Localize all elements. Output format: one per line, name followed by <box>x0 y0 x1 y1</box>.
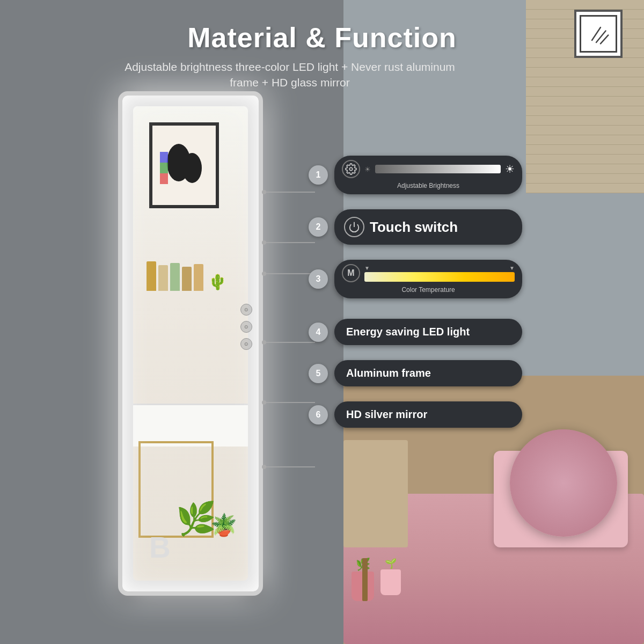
nightstand-legs <box>343 558 368 601</box>
blind-slat <box>526 145 644 155</box>
page-title: Material & Function <box>0 11 644 54</box>
mirror-diagonal-lines-icon <box>588 23 609 45</box>
mirror-frame: 🌵 🌿 B 🪴 ⊙ ⊙ ⊙ <box>118 91 263 596</box>
mirror-cactus: 🌵 <box>208 273 227 291</box>
sun-small-icon: ☀ <box>364 165 371 173</box>
blind-slat <box>526 0 644 10</box>
feature-pill-energy: Energy saving LED light <box>334 319 522 345</box>
feature-pill-hd-mirror: HD silver mirror <box>334 401 522 428</box>
arrow-down-2: ▼ <box>509 265 515 271</box>
feature-number-2: 2 <box>309 217 328 237</box>
feature-number-5: 5 <box>309 364 328 383</box>
mirror-logo-inner <box>580 15 617 53</box>
mirror-touch-buttons: ⊙ ⊙ ⊙ <box>240 304 252 350</box>
mirror-letter-b: B <box>149 530 171 565</box>
brightness-bar <box>375 165 501 173</box>
blind-slat <box>526 97 644 106</box>
mirror-btn-2: ⊙ <box>240 321 252 333</box>
feature-touch-switch: 2 Touch switch <box>309 209 539 245</box>
arrow-down-1: ▼ <box>364 265 370 271</box>
mirror-logo <box>574 10 623 58</box>
feature-pill-color-temp: M ▼ ▼ Color Temperature <box>334 260 522 298</box>
feature-number-3: 3 <box>309 269 328 289</box>
mirror-artwork <box>149 122 219 208</box>
mirror-scene: 🌵 🌿 B 🪴 <box>133 106 248 581</box>
nightstand <box>343 440 408 547</box>
mode-m-icon: M <box>342 264 360 282</box>
features-list: 1 ☀ ☀ Adjustable Brightness <box>309 156 539 428</box>
feature-aluminum-frame: 5 Aluminum frame <box>309 360 539 386</box>
hd-mirror-label: HD silver mirror <box>346 408 427 420</box>
sun-large-icon: ☀ <box>505 163 515 175</box>
touch-power-icon <box>344 217 364 237</box>
feature-adjustable-brightness: 1 ☀ ☀ Adjustable Brightness <box>309 156 539 194</box>
blind-slat <box>526 106 644 116</box>
blind-slat <box>526 164 644 174</box>
svg-rect-6 <box>160 173 168 184</box>
svg-rect-7 <box>160 163 168 173</box>
svg-point-5 <box>182 153 202 183</box>
mirror-product: 🌵 🌿 B 🪴 ⊙ ⊙ ⊙ <box>118 91 263 596</box>
blind-slat <box>526 155 644 164</box>
blind-slat <box>526 126 644 135</box>
mirror-shelf: 🌵 <box>133 404 248 447</box>
feature-number-1: 1 <box>309 165 328 185</box>
blind-slat <box>526 184 644 193</box>
brightness-settings-icon <box>342 160 360 178</box>
header: Material & Function Adjustable brightnes… <box>0 11 644 91</box>
color-temp-bar-container: ▼ ▼ <box>364 265 515 282</box>
bed-fuzzy-pillow <box>510 429 617 537</box>
feature-pill-touch: Touch switch <box>334 209 522 245</box>
energy-saving-label: Energy saving LED light <box>346 326 470 338</box>
svg-rect-8 <box>160 152 168 163</box>
aluminum-frame-label: Aluminum frame <box>346 367 431 379</box>
brightness-label: Adjustable Brightness <box>342 180 515 190</box>
color-temp-label-wrapper: Color Temperature <box>342 284 515 294</box>
mirror-artwork-content <box>152 126 216 205</box>
color-temp-gradient-bar <box>364 272 515 282</box>
feature-hd-mirror: 6 HD silver mirror <box>309 401 539 428</box>
mirror-books <box>147 261 203 291</box>
color-temp-row: M ▼ ▼ <box>342 264 515 282</box>
touch-switch-label: Touch switch <box>370 219 458 236</box>
mirror-btn-3: ⊙ <box>240 338 252 350</box>
feature-energy-saving: 4 Energy saving LED light <box>309 319 539 345</box>
blind-slat <box>526 174 644 184</box>
feature-pill-aluminum: Aluminum frame <box>334 360 522 386</box>
brightness-row: ☀ ☀ <box>342 160 515 178</box>
mirror-btn-1: ⊙ <box>240 304 252 316</box>
page-subtitle: Adjustable brightness three-color LED li… <box>113 59 531 91</box>
mirror-pot-plant: 🪴 <box>210 513 237 538</box>
feature-pill-brightness: ☀ ☀ Adjustable Brightness <box>334 156 522 194</box>
blind-slat <box>526 135 644 145</box>
blind-slat <box>526 116 644 126</box>
feature-number-4: 4 <box>309 323 328 342</box>
feature-color-temperature: 3 M ▼ ▼ Color Temperature <box>309 260 539 298</box>
vase-light-pink: 🌱 <box>380 558 401 601</box>
feature-number-6: 6 <box>309 405 328 425</box>
svg-point-21 <box>349 167 353 171</box>
m-label: M <box>347 268 354 278</box>
color-temp-arrows: ▼ ▼ <box>364 265 515 271</box>
